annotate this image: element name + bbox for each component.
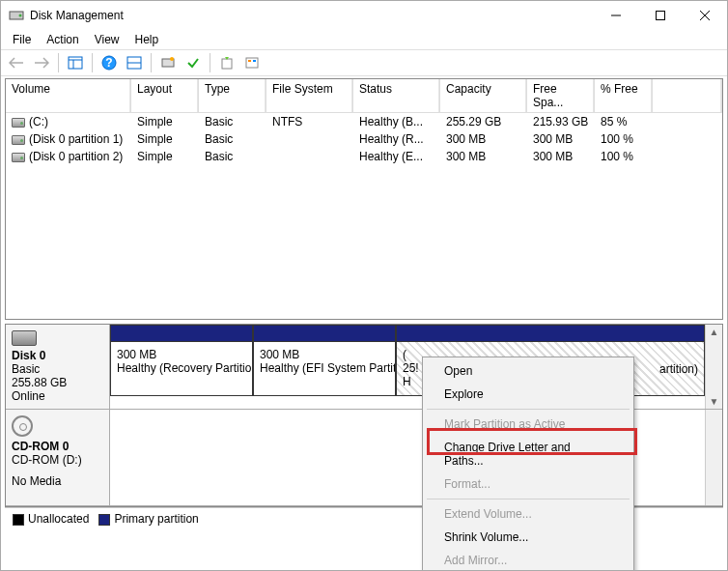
drive-icon <box>12 135 25 145</box>
window-title: Disk Management <box>30 9 594 22</box>
ctx-shrink[interactable]: Shrink Volume... <box>425 526 631 549</box>
disk-icon <box>12 330 37 346</box>
ctx-format[interactable]: Format... <box>425 472 631 496</box>
svg-rect-17 <box>248 60 251 62</box>
settings2-button[interactable] <box>240 51 264 74</box>
svg-rect-18 <box>253 60 256 62</box>
col-volume[interactable]: Volume <box>6 79 131 112</box>
ctx-mirror[interactable]: Add Mirror... <box>425 549 631 571</box>
menu-file[interactable]: File <box>5 31 39 48</box>
col-capacity[interactable]: Capacity <box>440 79 527 112</box>
forward-button[interactable] <box>30 51 53 74</box>
ctx-explore[interactable]: Explore <box>425 383 631 406</box>
cdrom-label[interactable]: CD-ROM 0 CD-ROM (D:) No Media <box>6 410 110 505</box>
volume-list-header: Volume Layout Type File System Status Ca… <box>6 79 722 113</box>
help-button[interactable]: ? <box>98 51 121 74</box>
volume-row[interactable]: (C:)SimpleBasicNTFSHealthy (B...255.29 G… <box>6 113 722 130</box>
svg-rect-3 <box>657 12 665 20</box>
cdrom-icon <box>12 415 33 437</box>
panes-button[interactable] <box>64 51 87 74</box>
col-status[interactable]: Status <box>353 79 440 112</box>
check-button[interactable] <box>182 51 205 74</box>
svg-rect-6 <box>69 57 82 69</box>
ctx-extend[interactable]: Extend Volume... <box>425 502 631 526</box>
close-button[interactable] <box>683 1 727 30</box>
ctx-open[interactable]: Open <box>425 359 631 383</box>
partition-recovery[interactable]: 300 MB Healthy (Recovery Partition <box>110 325 253 409</box>
svg-point-14 <box>170 57 174 61</box>
col-pct[interactable]: % Free <box>595 79 653 112</box>
back-button[interactable] <box>5 51 28 74</box>
toolbar: ? <box>1 49 727 76</box>
scrollbar[interactable]: ▲▼ <box>705 325 722 409</box>
scroll-down-icon: ▼ <box>708 394 721 409</box>
drive-icon <box>12 153 25 162</box>
settings1-button[interactable] <box>215 51 238 74</box>
title-bar: Disk Management <box>1 1 727 30</box>
volume-list: Volume Layout Type File System Status Ca… <box>5 78 723 320</box>
partition-efi[interactable]: 300 MB Healthy (EFI System Partiti <box>253 325 396 409</box>
col-layout[interactable]: Layout <box>131 79 199 112</box>
minimize-button[interactable] <box>594 1 638 30</box>
svg-rect-16 <box>246 58 258 68</box>
drive-icon <box>12 118 25 128</box>
menu-bar: File Action View Help <box>1 30 727 49</box>
col-free[interactable]: Free Spa... <box>527 79 595 112</box>
svg-text:?: ? <box>105 56 112 70</box>
col-filesystem[interactable]: File System <box>266 79 353 112</box>
scroll-up-icon: ▲ <box>708 325 721 339</box>
maximize-button[interactable] <box>638 1 683 30</box>
refresh-button[interactable] <box>156 51 180 74</box>
legend-unallocated: Unallocated <box>28 512 89 526</box>
menu-view[interactable]: View <box>87 31 127 48</box>
menu-action[interactable]: Action <box>39 31 86 48</box>
svg-rect-15 <box>222 59 232 69</box>
layout1-button[interactable] <box>123 51 146 74</box>
disk0-label[interactable]: Disk 0 Basic 255.88 GB Online <box>6 325 110 409</box>
volume-row[interactable]: (Disk 0 partition 1)SimpleBasicHealthy (… <box>6 130 722 148</box>
volume-row[interactable]: (Disk 0 partition 2)SimpleBasicHealthy (… <box>6 148 722 165</box>
menu-help[interactable]: Help <box>127 31 167 48</box>
svg-point-1 <box>19 14 22 17</box>
context-menu: Open Explore Mark Partition as Active Ch… <box>422 357 634 571</box>
ctx-change-drive-letter[interactable]: Change Drive Letter and Paths... <box>425 436 631 472</box>
legend-primary: Primary partition <box>114 512 198 526</box>
app-icon <box>9 8 24 23</box>
ctx-mark-active[interactable]: Mark Partition as Active <box>425 413 631 436</box>
col-type[interactable]: Type <box>199 79 266 112</box>
